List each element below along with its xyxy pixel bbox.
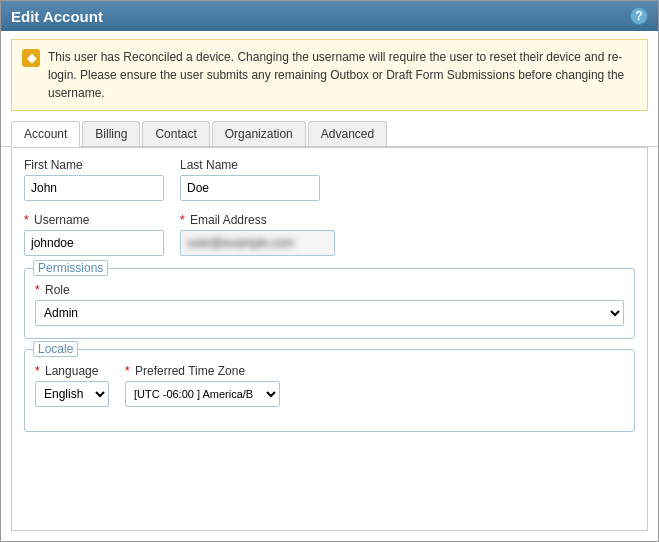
title-bar: Edit Account ? [1, 1, 658, 31]
last-name-group: Last Name [180, 158, 320, 201]
first-name-label: First Name [24, 158, 164, 172]
email-blurred-text: user@example.com [187, 236, 294, 250]
language-label: * Language [35, 364, 109, 378]
role-select[interactable]: Admin User Viewer [35, 300, 624, 326]
username-required: * [24, 213, 29, 227]
last-name-input[interactable] [180, 175, 320, 201]
username-label: * Username [24, 213, 164, 227]
tab-contact[interactable]: Contact [142, 121, 209, 146]
email-input[interactable]: user@example.com [180, 230, 335, 256]
warning-box: ◆ This user has Reconciled a device. Cha… [11, 39, 648, 111]
locale-content: * Language English Spanish French * Pref… [35, 364, 624, 407]
permissions-content: * Role Admin User Viewer [35, 283, 624, 326]
name-row: First Name Last Name [24, 158, 635, 201]
tab-account[interactable]: Account [11, 121, 80, 147]
language-select[interactable]: English Spanish French [35, 381, 109, 407]
language-required: * [35, 364, 40, 378]
email-group: * Email Address user@example.com [180, 213, 335, 256]
username-group: * Username [24, 213, 164, 256]
warning-message: This user has Reconciled a device. Chang… [48, 48, 637, 102]
tab-organization[interactable]: Organization [212, 121, 306, 146]
language-group: * Language English Spanish French [35, 364, 109, 407]
tabs-container: Account Billing Contact Organization Adv… [1, 121, 658, 147]
tab-advanced[interactable]: Advanced [308, 121, 387, 146]
first-name-input[interactable] [24, 175, 164, 201]
email-required: * [180, 213, 185, 227]
username-input[interactable] [24, 230, 164, 256]
last-name-label: Last Name [180, 158, 320, 172]
role-required: * [35, 283, 40, 297]
email-label: * Email Address [180, 213, 335, 227]
timezone-select[interactable]: [UTC -06:00 ] America/B [125, 381, 280, 407]
locale-legend: Locale [33, 341, 78, 357]
tab-billing[interactable]: Billing [82, 121, 140, 146]
permissions-fieldset: Permissions * Role Admin User Viewer [24, 268, 635, 339]
username-email-row: * Username * Email Address user@example.… [24, 213, 635, 256]
locale-row: * Language English Spanish French * Pref… [35, 364, 624, 407]
edit-account-window: Edit Account ? ◆ This user has Reconcile… [0, 0, 659, 542]
window-title: Edit Account [11, 8, 103, 25]
help-icon[interactable]: ? [630, 7, 648, 25]
role-label: * Role [35, 283, 624, 297]
timezone-group: * Preferred Time Zone [UTC -06:00 ] Amer… [125, 364, 280, 407]
main-content: First Name Last Name * Username * Email [11, 147, 648, 531]
permissions-legend: Permissions [33, 260, 108, 276]
timezone-label: * Preferred Time Zone [125, 364, 280, 378]
locale-fieldset: Locale * Language English Spanish French [24, 349, 635, 432]
warning-icon: ◆ [22, 49, 40, 67]
timezone-required: * [125, 364, 130, 378]
role-group: * Role Admin User Viewer [35, 283, 624, 326]
first-name-group: First Name [24, 158, 164, 201]
